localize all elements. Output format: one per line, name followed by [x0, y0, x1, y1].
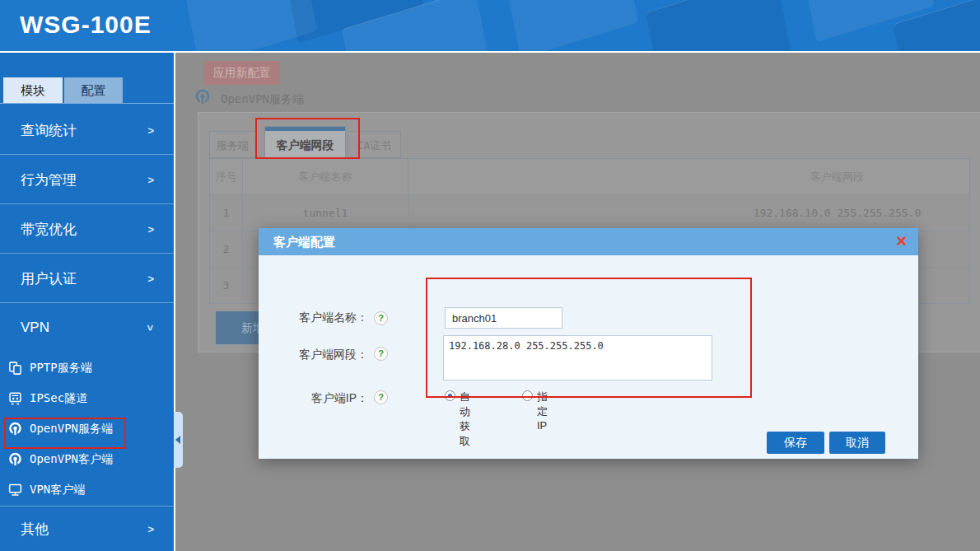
sidebar-item-other[interactable]: 其他 > [0, 506, 174, 551]
sidebar-tab-config[interactable]: 配置 [64, 77, 123, 103]
table-row: 1 tunnel1 192.168.10.0 255.255.255.0 [210, 195, 969, 231]
dialog-title: 客户端配置 [273, 228, 335, 255]
active-tab-bar [265, 127, 345, 131]
cancel-button[interactable]: 取消 [829, 432, 885, 454]
menu-label: 查询统计 [21, 120, 77, 139]
sidebar-item-vpn-client[interactable]: VPN客户端 [0, 474, 174, 505]
help-icon[interactable]: ? [374, 390, 388, 404]
cell-no: 2 [210, 231, 243, 267]
dialog-header: 客户端配置 × [259, 228, 918, 255]
tab-ca-cert[interactable]: CA证书 [348, 131, 401, 158]
sidebar-tab-divider [0, 103, 174, 104]
sidebar-item-pptp-server[interactable]: PPTP服务端 [0, 353, 174, 383]
chevron-right-icon: > [147, 523, 154, 535]
help-icon[interactable]: ? [374, 311, 388, 325]
col-header-segment: 客户端网段 [408, 159, 969, 194]
tab-server[interactable]: 服务端 [209, 131, 256, 158]
sidebar-item-user-auth[interactable]: 用户认证 > [0, 254, 174, 303]
cell-segment: 192.168.10.0 255.255.255.0 [408, 195, 969, 231]
openvpn-icon [194, 88, 212, 106]
apply-config-button[interactable]: 应用新配置 [203, 61, 280, 85]
dialog-body: 客户端名称： ? 客户端网段： ? 192.168.28.0 255.255.2… [259, 255, 918, 459]
tab-label: 客户端网段 [277, 138, 334, 152]
pptp-icon [7, 360, 23, 376]
menu-label: VPN [21, 320, 49, 336]
tab-client-segment[interactable]: 客户端网段 [264, 126, 346, 158]
submenu-label: OpenVPN服务端 [30, 422, 113, 437]
submenu-label: OpenVPN客户端 [30, 452, 113, 467]
page-title: OpenVPN服务端 [221, 92, 304, 107]
client-segment-label: 客户端网段： [282, 348, 368, 361]
openvpn-icon [7, 421, 23, 437]
radio-auto-obtain[interactable] [445, 390, 455, 401]
chevron-down-icon: > [145, 325, 157, 331]
col-header-name: 客户端名称 [243, 159, 408, 194]
client-config-dialog: 客户端配置 × 客户端名称： ? 客户端网段： ? 192.168.28.0 2… [259, 228, 918, 459]
chevron-right-icon: > [147, 272, 154, 284]
menu-label: 行为管理 [21, 170, 77, 189]
cell-no: 3 [210, 268, 243, 303]
chevron-right-icon: > [147, 124, 154, 136]
radio-specify-ip-label[interactable]: 指定IP [537, 390, 548, 432]
ipsec-icon [7, 390, 23, 406]
col-header-no: 序号 [210, 159, 243, 194]
sidebar-collapse-handle[interactable] [174, 412, 183, 468]
submenu-label: PPTP服务端 [30, 361, 92, 376]
openvpn-icon [7, 451, 23, 467]
menu-label: 用户认证 [21, 268, 77, 287]
sidebar-item-behavior-mgmt[interactable]: 行为管理 > [0, 155, 174, 204]
submenu-label: VPN客户端 [30, 483, 85, 497]
chevron-right-icon: > [147, 173, 154, 185]
help-icon[interactable]: ? [374, 347, 388, 361]
sidebar: 模块 配置 查询统计 > 行为管理 > 带宽优化 > 用户认证 > VPN > … [0, 53, 175, 551]
client-name-input[interactable] [445, 307, 562, 329]
client-ip-label: 客户端IP： [282, 391, 368, 404]
submenu-label: IPSec隧道 [30, 391, 87, 406]
radio-auto-obtain-label[interactable]: 自动获取 [460, 390, 470, 449]
client-segment-textarea[interactable]: 192.168.28.0 255.255.255.0 [443, 335, 712, 381]
sidebar-item-query-stats[interactable]: 查询统计 > [0, 105, 174, 155]
app-title: WSG-100E [20, 11, 152, 39]
cell-no: 1 [210, 195, 243, 231]
menu-label: 带宽优化 [21, 219, 77, 238]
sidebar-item-vpn[interactable]: VPN > [0, 303, 174, 353]
close-icon[interactable]: × [896, 230, 907, 253]
sidebar-tab-modules[interactable]: 模块 [3, 77, 63, 103]
sidebar-item-ipsec-tunnel[interactable]: IPSec隧道 [0, 383, 174, 413]
client-name-label: 客户端名称： [282, 306, 368, 329]
radio-specify-ip[interactable] [522, 390, 533, 401]
top-banner: WSG-100E [0, 0, 980, 51]
cell-name: tunnel1 [243, 195, 408, 231]
sidebar-item-openvpn-server[interactable]: OpenVPN服务端 [0, 413, 174, 444]
sidebar-item-bandwidth[interactable]: 带宽优化 > [0, 204, 174, 254]
table-header-row: 序号 客户端名称 客户端网段 [210, 159, 969, 195]
collapse-arrow-icon [175, 436, 180, 444]
sidebar-item-openvpn-client[interactable]: OpenVPN客户端 [0, 444, 174, 474]
monitor-icon [7, 482, 23, 497]
menu-label: 其他 [21, 520, 49, 539]
chevron-right-icon: > [147, 222, 154, 235]
save-button[interactable]: 保存 [767, 432, 824, 454]
